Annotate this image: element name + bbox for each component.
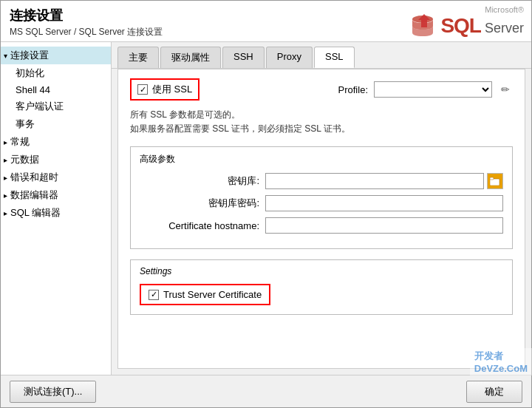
cert-hostname-input-wrap bbox=[265, 217, 503, 234]
sidebar-label-connection-settings: 连接设置 bbox=[10, 49, 49, 62]
logo-icon-area: SQL Server bbox=[409, 13, 524, 39]
tab-driver[interactable]: 驱动属性 bbox=[160, 47, 221, 68]
sql-server-text: SQL Server bbox=[440, 14, 524, 38]
keystore-password-input-wrap bbox=[265, 195, 503, 211]
sidebar-item-sql-editor[interactable]: ▸ SQL 编辑器 bbox=[1, 204, 111, 222]
title-bar: 连接设置 MS SQL Server / SQL Server 连接设置 Mic… bbox=[1, 1, 531, 42]
cert-hostname-label: Certificate hostname: bbox=[140, 220, 265, 231]
use-ssl-checkbox[interactable] bbox=[137, 84, 148, 95]
sidebar-item-transaction[interactable]: 事务 bbox=[1, 115, 111, 133]
sql-server-logo: Microsoft® SQL Server bbox=[409, 5, 524, 39]
sidebar-label-client-auth: 客户端认证 bbox=[16, 101, 64, 112]
edit-profile-icon[interactable]: ✏ bbox=[498, 82, 513, 97]
ssl-desc-line2: 如果服务器配置需要 SSL 证书，则必须指定 SSL 证书。 bbox=[130, 122, 513, 136]
use-ssl-checkbox-box[interactable]: 使用 SSL bbox=[130, 78, 200, 101]
tab-proxy[interactable]: Proxy bbox=[266, 47, 313, 68]
sidebar-label-shell: Shell 44 bbox=[16, 84, 50, 95]
sidebar-item-shell[interactable]: Shell 44 bbox=[1, 82, 111, 98]
keystore-password-label: 密钥库密码: bbox=[140, 197, 265, 210]
sidebar-label-general: 常规 bbox=[10, 135, 30, 149]
keystore-password-row: 密钥库密码: bbox=[140, 195, 503, 211]
sidebar-item-connection-settings[interactable]: ▾ 连接设置 bbox=[1, 47, 111, 64]
trust-cert-label: Trust Server Certificate bbox=[163, 289, 262, 300]
keystore-row: 密钥库: bbox=[140, 173, 503, 189]
cert-hostname-input[interactable] bbox=[265, 217, 503, 234]
sidebar-item-client-auth[interactable]: 客户端认证 bbox=[1, 98, 111, 115]
trust-cert-row[interactable]: Trust Server Certificate bbox=[140, 284, 270, 305]
expand-arrow-data-editor: ▸ bbox=[4, 191, 7, 200]
tab-ssh[interactable]: SSH bbox=[222, 47, 265, 68]
sidebar: ▾ 连接设置 初始化 Shell 44 客户端认证 事务 ▸ 常规 ▸ 元数据 bbox=[1, 42, 112, 375]
keystore-folder-icon[interactable] bbox=[487, 173, 503, 189]
expand-arrow-metadata: ▸ bbox=[4, 156, 7, 164]
sidebar-label-sql-editor: SQL 编辑器 bbox=[10, 206, 61, 220]
ssl-panel-content: 使用 SSL Profile: ✏ 所有 SSL 参数都是可选的。 如果服务器配… bbox=[117, 69, 525, 369]
sidebar-label-data-editor: 数据编辑器 bbox=[10, 188, 58, 202]
content-area: ▾ 连接设置 初始化 Shell 44 客户端认证 事务 ▸ 常规 ▸ 元数据 bbox=[1, 42, 531, 375]
sidebar-label-metadata: 元数据 bbox=[10, 153, 39, 166]
keystore-input[interactable] bbox=[265, 173, 484, 189]
sidebar-item-init[interactable]: 初始化 bbox=[1, 64, 111, 82]
right-panel: 主要 驱动属性 SSH Proxy SSL bbox=[112, 42, 531, 375]
settings-section: Settings Trust Server Certificate bbox=[130, 259, 513, 315]
sidebar-item-general[interactable]: ▸ 常规 bbox=[1, 133, 111, 151]
ok-button[interactable]: 确定 bbox=[466, 381, 522, 403]
keystore-label: 密钥库: bbox=[140, 174, 265, 188]
profile-select[interactable] bbox=[374, 81, 492, 98]
advanced-params-section: 高级参数 密钥库: bbox=[130, 146, 513, 249]
ssl-use-row: 使用 SSL Profile: ✏ bbox=[130, 78, 513, 101]
expand-arrow-general: ▸ bbox=[4, 138, 7, 146]
sidebar-label-init: 初始化 bbox=[16, 67, 44, 78]
sidebar-item-errors[interactable]: ▸ 错误和超时 bbox=[1, 169, 111, 186]
svg-rect-3 bbox=[490, 177, 494, 180]
advanced-section-title: 高级参数 bbox=[140, 153, 503, 166]
sidebar-item-metadata[interactable]: ▸ 元数据 bbox=[1, 151, 111, 169]
folder-svg bbox=[490, 177, 500, 186]
svg-rect-2 bbox=[490, 179, 499, 186]
connection-settings-dialog: 连接设置 MS SQL Server / SQL Server 连接设置 Mic… bbox=[0, 0, 532, 408]
sidebar-label-transaction: 事务 bbox=[16, 118, 35, 129]
expand-arrow-sql-editor: ▸ bbox=[4, 209, 7, 217]
tab-main[interactable]: 主要 bbox=[117, 47, 159, 68]
expand-arrow: ▾ bbox=[4, 52, 7, 60]
sidebar-item-data-editor[interactable]: ▸ 数据编辑器 bbox=[1, 186, 111, 204]
tabs-row: 主要 驱动属性 SSH Proxy SSL bbox=[112, 42, 531, 69]
tab-ssl[interactable]: SSL bbox=[314, 47, 355, 68]
database-icon bbox=[409, 13, 436, 39]
test-connection-button[interactable]: 测试连接(T)... bbox=[10, 381, 96, 403]
ssl-desc-line1: 所有 SSL 参数都是可选的。 bbox=[130, 108, 513, 122]
profile-label: Profile: bbox=[338, 84, 368, 95]
settings-title: Settings bbox=[140, 266, 503, 276]
trust-cert-checkbox[interactable] bbox=[149, 290, 159, 300]
sql-text: SQL bbox=[440, 14, 481, 38]
keystore-input-wrap bbox=[265, 173, 503, 189]
keystore-password-input[interactable] bbox=[265, 195, 503, 211]
sidebar-label-errors: 错误和超时 bbox=[10, 171, 58, 184]
server-text: Server bbox=[481, 21, 524, 36]
footer: 测试连接(T)... 确定 bbox=[1, 375, 531, 407]
expand-arrow-errors: ▸ bbox=[4, 174, 7, 182]
ssl-description: 所有 SSL 参数都是可选的。 如果服务器配置需要 SSL 证书，则必须指定 S… bbox=[130, 108, 513, 136]
cert-hostname-row: Certificate hostname: bbox=[140, 217, 503, 234]
watermark: 开发者DeVZe.CoM bbox=[470, 348, 532, 375]
use-ssl-label: 使用 SSL bbox=[152, 83, 192, 96]
